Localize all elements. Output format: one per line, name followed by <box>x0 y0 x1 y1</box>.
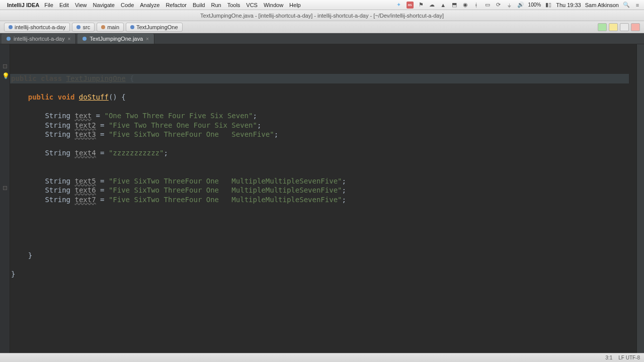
menu-build[interactable]: Build <box>193 2 205 8</box>
blank-line <box>10 214 636 223</box>
menu-view[interactable]: View <box>75 2 87 8</box>
string-literal: "Five SixTwo ThreeFour One SevenFive" <box>109 130 274 138</box>
pass-indicator-icon[interactable] <box>598 23 607 31</box>
nav-bar: intellij-shortcut-a-day src main TextJum… <box>0 21 644 33</box>
type: String <box>45 121 74 129</box>
battery-icon[interactable]: ▮▯ <box>545 2 552 9</box>
string-literal: "zzzzzzzzzzz" <box>109 149 164 157</box>
code-line <box>10 158 636 167</box>
fold-icon[interactable] <box>3 186 7 190</box>
file-icon <box>83 37 87 41</box>
variable: text7 <box>74 196 96 204</box>
plain-indicator-icon[interactable] <box>620 23 629 31</box>
variable: text <box>74 112 92 120</box>
encoding[interactable]: LF UTF-8 <box>618 355 640 360</box>
clock[interactable]: Thu 19:33 <box>556 2 581 8</box>
lastfm-icon[interactable]: as <box>407 2 414 9</box>
code-line: String text3 = "Five SixTwo ThreeFour On… <box>10 130 636 139</box>
breadcrumb-src[interactable]: src <box>72 23 95 32</box>
fold-icon[interactable] <box>3 64 7 68</box>
brace: } <box>11 270 15 278</box>
caret-position[interactable]: 3:1 <box>605 355 612 360</box>
variable: text5 <box>74 177 96 185</box>
dropbox-icon[interactable]: ⬒ <box>451 2 458 9</box>
editor-tabs: intellij-shortcut-a-day× TextJumpingOne.… <box>0 33 644 44</box>
brace: () { <box>109 93 126 101</box>
flag-icon[interactable]: ⚑ <box>418 2 425 9</box>
sync-icon[interactable]: ⟳ <box>495 2 502 9</box>
status-bar: 3:1 LF UTF-8 <box>0 353 644 362</box>
blank-line <box>10 232 636 242</box>
variable: text2 <box>74 121 96 129</box>
menu-code[interactable]: Code <box>121 2 134 8</box>
code-line: String text6 = "Five SixTwo ThreeFour On… <box>10 186 636 195</box>
cloud-icon[interactable]: ☁ <box>429 2 436 9</box>
app-name[interactable]: IntelliJ IDEA <box>7 2 39 8</box>
warn-indicator-icon[interactable] <box>609 23 618 31</box>
tab-label: intellij-shortcut-a-day <box>14 36 64 42</box>
menu-vcs[interactable]: VCS <box>246 2 258 8</box>
type: String <box>45 177 74 185</box>
wifi-icon[interactable]: ⏚ <box>506 2 513 9</box>
menu-tools[interactable]: Tools <box>227 2 240 8</box>
string-literal: "Five SixTwo ThreeFour One MultipleMulti… <box>109 177 342 185</box>
drive-icon[interactable]: ▲ <box>440 2 447 9</box>
close-icon[interactable]: × <box>146 36 149 42</box>
breadcrumb-class[interactable]: TextJumpingOne <box>126 23 183 32</box>
menu-analyze[interactable]: Analyze <box>140 2 159 8</box>
battery-percent[interactable]: 100% <box>528 2 541 8</box>
keyword: public void <box>11 93 79 101</box>
spotlight-icon[interactable]: 🔍 <box>623 2 630 9</box>
mac-menubar: IntelliJ IDEA File Edit View Navigate Co… <box>0 0 644 10</box>
gutter[interactable]: 💡 <box>0 44 10 353</box>
type: String <box>45 112 74 120</box>
string-literal: "Five SixTwo ThreeFour One MultipleMulti… <box>109 196 342 204</box>
code-area[interactable]: public class TextJumpingOne { public voi… <box>10 44 636 353</box>
breadcrumb-project[interactable]: intellij-shortcut-a-day <box>4 23 70 32</box>
menu-window[interactable]: Window <box>264 2 283 8</box>
code-line: String text7 = "Five SixTwo ThreeFour On… <box>10 195 636 205</box>
menu-edit[interactable]: Edit <box>59 2 69 8</box>
breadcrumb-main[interactable]: main <box>97 23 124 32</box>
intention-bulb-icon[interactable]: 💡 <box>2 72 10 79</box>
string-literal: "Five Two Three One Four Six Seven" <box>109 121 257 129</box>
error-indicator-icon[interactable] <box>631 23 640 31</box>
window-title: TextJumpingOne.java - [intellij-shortcut… <box>200 13 444 19</box>
string-literal: "One Two Three Four Five Six Seven" <box>104 112 253 120</box>
twitter-icon[interactable]: ✦ <box>395 2 403 9</box>
editor: 💡 public class TextJumpingOne { public v… <box>0 44 644 353</box>
menu-run[interactable]: Run <box>211 2 221 8</box>
bluetooth-icon[interactable]: ᚼ <box>473 2 480 9</box>
caret-line-highlight <box>10 74 629 83</box>
tab-label: TextJumpingOne.java <box>90 36 143 42</box>
code-line: String text2 = "Five Two Three One Four … <box>10 121 636 130</box>
tab-project[interactable]: intellij-shortcut-a-day× <box>2 34 76 44</box>
variable: text3 <box>74 130 96 138</box>
code-line: String text4 = "zzzzzzzzzzz"; <box>10 148 636 158</box>
variable: text6 <box>74 186 96 194</box>
nav-indicators <box>598 23 640 31</box>
code-line <box>10 167 636 176</box>
variable: text4 <box>74 149 96 157</box>
display-icon[interactable]: ▭ <box>484 2 491 9</box>
menu-help[interactable]: Help <box>289 2 301 8</box>
code-line <box>10 139 636 149</box>
method-name: doStuff <box>79 93 109 101</box>
brace: } <box>11 251 32 259</box>
type: String <box>45 196 74 204</box>
scrollbar[interactable] <box>636 44 644 353</box>
menu-file[interactable]: File <box>44 2 53 8</box>
eye-icon[interactable]: ◉ <box>462 2 469 9</box>
notification-icon[interactable]: ≡ <box>634 2 641 9</box>
type: String <box>45 149 74 157</box>
tab-textjumpingone[interactable]: TextJumpingOne.java× <box>77 34 154 44</box>
type: String <box>45 186 74 194</box>
menu-navigate[interactable]: Navigate <box>93 2 115 8</box>
code-line: String text = "One Two Three Four Five S… <box>10 111 636 121</box>
volume-icon[interactable]: 🔊 <box>517 2 524 9</box>
menu-refactor[interactable]: Refactor <box>166 2 187 8</box>
window-titlebar[interactable]: TextJumpingOne.java - [intellij-shortcut… <box>0 10 644 21</box>
user-name[interactable]: Sam Atkinson <box>585 2 619 8</box>
close-icon[interactable]: × <box>67 36 70 42</box>
menubar-right: ✦ as ⚑ ☁ ▲ ⬒ ◉ ᚼ ▭ ⟳ ⏚ 🔊 100% ▮▯ Thu 19:… <box>395 2 641 9</box>
